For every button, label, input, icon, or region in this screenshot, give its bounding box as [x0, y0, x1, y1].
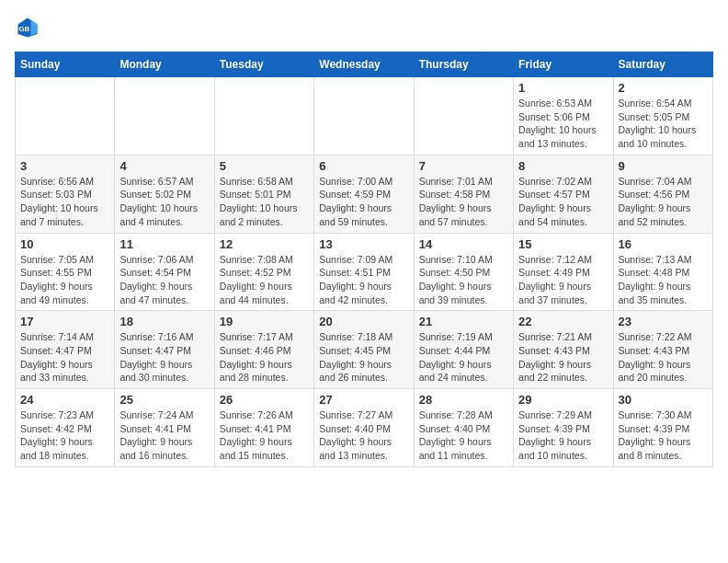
weekday-header-monday: Monday [115, 52, 214, 77]
calendar-cell: 19Sunrise: 7:17 AM Sunset: 4:46 PM Dayli… [214, 311, 313, 389]
day-info: Sunrise: 7:17 AM Sunset: 4:46 PM Dayligh… [220, 330, 309, 385]
weekday-header-tuesday: Tuesday [214, 52, 313, 77]
day-number: 17 [20, 315, 109, 328]
calendar-cell: 22Sunrise: 7:21 AM Sunset: 4:43 PM Dayli… [514, 311, 613, 389]
day-number: 15 [518, 237, 608, 251]
day-number: 12 [220, 237, 309, 251]
day-info: Sunrise: 7:21 AM Sunset: 4:43 PM Dayligh… [518, 330, 608, 385]
day-number: 1 [518, 81, 608, 95]
day-info: Sunrise: 6:54 AM Sunset: 5:05 PM Dayligh… [619, 97, 708, 151]
day-info: Sunrise: 7:24 AM Sunset: 4:41 PM Dayligh… [119, 408, 209, 463]
calendar-week-row: 1Sunrise: 6:53 AM Sunset: 5:06 PM Daylig… [16, 77, 713, 155]
calendar-cell: 28Sunrise: 7:28 AM Sunset: 4:40 PM Dayli… [414, 389, 513, 467]
calendar-cell: 15Sunrise: 7:12 AM Sunset: 4:49 PM Dayli… [514, 233, 613, 311]
day-number: 22 [518, 315, 608, 328]
weekday-header-sunday: Sunday [16, 52, 115, 77]
day-info: Sunrise: 7:10 AM Sunset: 4:50 PM Dayligh… [419, 253, 508, 307]
day-info: Sunrise: 7:05 AM Sunset: 4:55 PM Dayligh… [20, 253, 109, 307]
calendar-cell: 9Sunrise: 7:04 AM Sunset: 4:56 PM Daylig… [613, 155, 712, 233]
day-info: Sunrise: 7:04 AM Sunset: 4:56 PM Dayligh… [619, 175, 708, 229]
day-number: 6 [319, 159, 408, 173]
day-info: Sunrise: 7:09 AM Sunset: 4:51 PM Dayligh… [319, 253, 408, 307]
day-info: Sunrise: 6:58 AM Sunset: 5:01 PM Dayligh… [220, 175, 309, 229]
day-number: 20 [319, 315, 408, 328]
day-number: 25 [119, 393, 209, 407]
day-info: Sunrise: 7:08 AM Sunset: 4:52 PM Dayligh… [220, 253, 309, 307]
weekday-header-wednesday: Wednesday [314, 52, 414, 77]
day-info: Sunrise: 7:23 AM Sunset: 4:42 PM Dayligh… [20, 408, 109, 463]
calendar-cell: 25Sunrise: 7:24 AM Sunset: 4:41 PM Dayli… [115, 389, 214, 467]
day-info: Sunrise: 7:19 AM Sunset: 4:44 PM Dayligh… [419, 330, 508, 385]
day-number: 28 [419, 393, 508, 407]
calendar-week-row: 17Sunrise: 7:14 AM Sunset: 4:47 PM Dayli… [16, 311, 713, 389]
calendar-week-row: 3Sunrise: 6:56 AM Sunset: 5:03 PM Daylig… [16, 155, 713, 233]
calendar-cell: 24Sunrise: 7:23 AM Sunset: 4:42 PM Dayli… [16, 389, 115, 467]
day-number: 7 [419, 159, 508, 173]
calendar-week-row: 24Sunrise: 7:23 AM Sunset: 4:42 PM Dayli… [16, 389, 713, 467]
day-info: Sunrise: 7:06 AM Sunset: 4:54 PM Dayligh… [119, 253, 209, 307]
logo-icon: GB [15, 15, 40, 40]
calendar-cell: 11Sunrise: 7:06 AM Sunset: 4:54 PM Dayli… [115, 233, 214, 311]
calendar-cell [214, 77, 313, 155]
calendar-header: SundayMondayTuesdayWednesdayThursdayFrid… [16, 52, 713, 77]
day-info: Sunrise: 7:14 AM Sunset: 4:47 PM Dayligh… [20, 330, 109, 385]
calendar-cell: 16Sunrise: 7:13 AM Sunset: 4:48 PM Dayli… [613, 233, 712, 311]
calendar-cell: 5Sunrise: 6:58 AM Sunset: 5:01 PM Daylig… [214, 155, 313, 233]
day-number: 9 [619, 159, 708, 173]
weekday-header-friday: Friday [514, 52, 613, 77]
day-info: Sunrise: 7:12 AM Sunset: 4:49 PM Dayligh… [518, 253, 608, 307]
calendar-cell: 20Sunrise: 7:18 AM Sunset: 4:45 PM Dayli… [314, 311, 414, 389]
day-number: 11 [119, 237, 209, 251]
day-number: 29 [518, 393, 608, 407]
day-number: 18 [119, 315, 209, 328]
day-info: Sunrise: 7:26 AM Sunset: 4:41 PM Dayligh… [220, 408, 309, 463]
calendar-table: SundayMondayTuesdayWednesdayThursdayFrid… [15, 52, 713, 467]
day-number: 14 [419, 237, 508, 251]
day-info: Sunrise: 7:30 AM Sunset: 4:39 PM Dayligh… [619, 408, 708, 463]
day-info: Sunrise: 7:22 AM Sunset: 4:43 PM Dayligh… [619, 330, 708, 385]
calendar-cell [115, 77, 214, 155]
day-number: 10 [20, 237, 109, 251]
day-info: Sunrise: 7:13 AM Sunset: 4:48 PM Dayligh… [619, 253, 708, 307]
calendar-cell: 18Sunrise: 7:16 AM Sunset: 4:47 PM Dayli… [115, 311, 214, 389]
day-info: Sunrise: 7:01 AM Sunset: 4:58 PM Dayligh… [419, 175, 508, 229]
calendar-cell: 30Sunrise: 7:30 AM Sunset: 4:39 PM Dayli… [613, 389, 712, 467]
page-container: GB SundayMondayTuesdayWednesdayThursdayF… [15, 15, 713, 467]
calendar-body: 1Sunrise: 6:53 AM Sunset: 5:06 PM Daylig… [16, 77, 713, 467]
calendar-cell [314, 77, 414, 155]
day-info: Sunrise: 7:29 AM Sunset: 4:39 PM Dayligh… [518, 408, 608, 463]
calendar-cell: 27Sunrise: 7:27 AM Sunset: 4:40 PM Dayli… [314, 389, 414, 467]
day-number: 23 [619, 315, 708, 328]
day-number: 3 [20, 159, 109, 173]
calendar-cell: 3Sunrise: 6:56 AM Sunset: 5:03 PM Daylig… [16, 155, 115, 233]
header: GB [15, 15, 713, 40]
calendar-cell: 14Sunrise: 7:10 AM Sunset: 4:50 PM Dayli… [414, 233, 513, 311]
calendar-cell: 1Sunrise: 6:53 AM Sunset: 5:06 PM Daylig… [514, 77, 613, 155]
day-info: Sunrise: 7:18 AM Sunset: 4:45 PM Dayligh… [319, 330, 408, 385]
day-number: 8 [518, 159, 608, 173]
calendar-cell: 13Sunrise: 7:09 AM Sunset: 4:51 PM Dayli… [314, 233, 414, 311]
day-number: 30 [619, 393, 708, 407]
calendar-week-row: 10Sunrise: 7:05 AM Sunset: 4:55 PM Dayli… [16, 233, 713, 311]
day-number: 2 [619, 81, 708, 95]
day-info: Sunrise: 6:53 AM Sunset: 5:06 PM Dayligh… [518, 97, 608, 151]
day-number: 5 [220, 159, 309, 173]
day-info: Sunrise: 7:16 AM Sunset: 4:47 PM Dayligh… [119, 330, 209, 385]
day-info: Sunrise: 6:57 AM Sunset: 5:02 PM Dayligh… [119, 175, 209, 229]
day-info: Sunrise: 7:00 AM Sunset: 4:59 PM Dayligh… [319, 175, 408, 229]
day-info: Sunrise: 6:56 AM Sunset: 5:03 PM Dayligh… [20, 175, 109, 229]
calendar-cell: 23Sunrise: 7:22 AM Sunset: 4:43 PM Dayli… [613, 311, 712, 389]
weekday-header-row: SundayMondayTuesdayWednesdayThursdayFrid… [16, 52, 713, 77]
calendar-cell [414, 77, 513, 155]
day-number: 4 [119, 159, 209, 173]
calendar-cell: 7Sunrise: 7:01 AM Sunset: 4:58 PM Daylig… [414, 155, 513, 233]
calendar-cell: 21Sunrise: 7:19 AM Sunset: 4:44 PM Dayli… [414, 311, 513, 389]
svg-text:GB: GB [18, 25, 29, 33]
calendar-cell: 6Sunrise: 7:00 AM Sunset: 4:59 PM Daylig… [314, 155, 414, 233]
calendar-cell: 26Sunrise: 7:26 AM Sunset: 4:41 PM Dayli… [214, 389, 313, 467]
day-number: 13 [319, 237, 408, 251]
day-info: Sunrise: 7:28 AM Sunset: 4:40 PM Dayligh… [419, 408, 508, 463]
calendar-cell [16, 77, 115, 155]
day-number: 26 [220, 393, 309, 407]
day-info: Sunrise: 7:02 AM Sunset: 4:57 PM Dayligh… [518, 175, 608, 229]
